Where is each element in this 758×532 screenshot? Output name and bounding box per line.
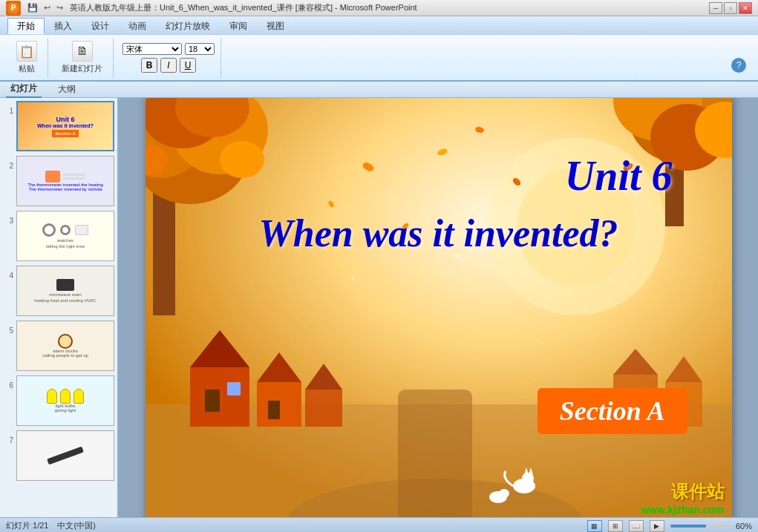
thumb2-lightbulb-icon — [45, 171, 60, 183]
minimize-button[interactable]: ─ — [709, 2, 722, 14]
slide-sorter-button[interactable]: ⊞ — [608, 520, 623, 532]
slide-thumbnail-3[interactable]: 3 watches telling the right time — [3, 211, 114, 261]
svg-rect-34 — [305, 390, 342, 427]
title-bar-left: P 💾 ↩ ↪ 英语人教版九年级上册：Unit_6_When_was_it_in… — [6, 1, 417, 16]
thumb3-watch-icon — [42, 223, 56, 237]
normal-view-button[interactable]: ▦ — [587, 520, 602, 532]
ribbon-group-font: 宋体 18 B I U — [117, 38, 221, 78]
svg-rect-26 — [398, 390, 472, 518]
title-bar: P 💾 ↩ ↪ 英语人教版九年级上册：Unit_6_When_was_it_in… — [0, 0, 758, 16]
slide-thumbnail-7[interactable]: 7 — [3, 430, 114, 481]
slide-thumbnail-5[interactable]: 5 alarm clocks calling people to get up — [3, 321, 114, 371]
watermark-url: www.kjzhan.com — [641, 504, 724, 516]
title-bar-controls: ─ ▫ ✕ — [709, 2, 752, 14]
thumb1-title: Unit 6 — [56, 116, 74, 123]
thumb3-sublabel: telling the right time — [46, 244, 85, 249]
new-slide-button[interactable]: 🗎 新建幻灯片 — [57, 39, 107, 76]
watermark: 课件站 www.kjzhan.com — [641, 480, 724, 516]
ribbon-group-clipboard: 📋 粘贴 — [6, 38, 48, 78]
window-title: 英语人教版九年级上册：Unit_6_When_was_it_invented_课… — [70, 2, 417, 13]
bold-button[interactable]: B — [141, 58, 157, 73]
ribbon: 开始 插入 设计 动画 幻灯片放映 审阅 视图 📋 粘贴 🗎 新建幻灯片 宋体 — [0, 16, 758, 82]
thumb2-label2: The thermometer invented by nichola — [28, 187, 102, 191]
slide-main-subtitle: When was it invented? — [175, 211, 702, 255]
slide-thumb-img-2[interactable]: The thermometer invented the heating The… — [16, 156, 114, 206]
thumb7-pen-icon — [47, 447, 84, 465]
undo-button[interactable]: ↩ — [42, 2, 53, 13]
ribbon-tabs: 开始 插入 设计 动画 幻灯片放映 审阅 视图 — [0, 16, 758, 34]
thumbnail-panel[interactable]: 1 Unit 6 When was it invented? Section A… — [0, 98, 119, 517]
status-bar-right: ▦ ⊞ 📖 ▶ 60% — [587, 520, 752, 532]
status-bar: 幻灯片 1/21 中文(中国) ▦ ⊞ 📖 ▶ 60% — [0, 517, 758, 532]
slide-thumb-img-4[interactable]: microwave oven heating food and cooling … — [16, 266, 114, 316]
tab-slides[interactable]: 幻灯片 — [6, 81, 42, 98]
slide-num-6: 6 — [3, 375, 13, 390]
close-button[interactable]: ✕ — [739, 2, 752, 14]
slide-panel-tabs: 幻灯片 大纲 — [0, 82, 758, 98]
zoom-slider[interactable] — [670, 525, 730, 528]
font-size-select[interactable]: 18 — [185, 43, 215, 55]
slide-thumb-img-6[interactable]: light bulbs giving light — [16, 375, 114, 426]
svg-text:soft-class...: soft-class... — [309, 516, 347, 518]
underline-button[interactable]: U — [180, 58, 196, 73]
thumb2-row — [45, 171, 85, 183]
restore-button[interactable]: ▫ — [724, 2, 737, 14]
theme-info: 中文(中国) — [57, 520, 95, 531]
slide-thumb-img-7[interactable] — [16, 430, 114, 481]
slide-thumbnail-1[interactable]: 1 Unit 6 When was it invented? Section A — [3, 101, 114, 151]
thumb3-watch2-icon — [60, 225, 71, 235]
slide-main-title: Unit 6 — [565, 152, 673, 200]
paste-button[interactable]: 📋 粘贴 — [12, 39, 42, 76]
slide-num-3: 3 — [3, 211, 13, 225]
thumb6-bulb2-icon — [60, 389, 71, 404]
reading-view-button[interactable]: 📖 — [629, 520, 644, 532]
svg-point-49 — [352, 277, 355, 280]
svg-rect-30 — [227, 382, 241, 395]
paste-icon: 📋 — [16, 41, 37, 62]
zoom-level: 60% — [736, 522, 752, 531]
thumb4-sublabel: heating food and cooling HVAC — [34, 298, 96, 303]
slide-thumb-img-1[interactable]: Unit 6 When was it invented? Section A — [16, 101, 114, 151]
slide-thumb-img-5[interactable]: alarm clocks calling people to get up — [16, 321, 114, 371]
new-slide-icon: 🗎 — [72, 41, 93, 62]
tab-design[interactable]: 设计 — [82, 18, 119, 34]
tab-view[interactable]: 视图 — [257, 18, 294, 34]
status-bar-left: 幻灯片 1/21 中文(中国) — [6, 520, 96, 531]
slide-num-2: 2 — [3, 156, 13, 170]
help-icon[interactable]: ? — [731, 58, 746, 73]
slide-thumbnail-2[interactable]: 2 The thermometer invented the heating T… — [3, 156, 114, 206]
tab-home[interactable]: 开始 — [7, 18, 45, 34]
tab-outline[interactable]: 大纲 — [53, 82, 80, 97]
svg-rect-33 — [268, 401, 280, 419]
thumb6-bulb1-icon — [47, 389, 57, 404]
slide-count: 幻灯片 1/21 — [6, 520, 48, 531]
thumb5-clock-icon — [58, 334, 73, 349]
slide-num-4: 4 — [3, 266, 13, 280]
tab-insert[interactable]: 插入 — [45, 18, 82, 34]
thumb4-oven-icon — [56, 279, 74, 291]
slide-num-7: 7 — [3, 430, 13, 444]
thumb6-sublabel: giving light — [55, 408, 76, 413]
slide-content-area[interactable]: soft-class... Unit 6 When was it invente… — [119, 98, 758, 517]
main-area: 1 Unit 6 When was it invented? Section A… — [0, 98, 758, 517]
redo-button[interactable]: ↪ — [54, 2, 65, 13]
paste-label: 粘贴 — [19, 63, 35, 74]
slideshow-view-button[interactable]: ▶ — [650, 520, 664, 532]
slide-thumbnail-6[interactable]: 6 light bulbs giving light — [3, 375, 114, 426]
tab-review[interactable]: 审阅 — [220, 18, 257, 34]
font-family-select[interactable]: 宋体 — [122, 43, 182, 55]
main-slide[interactable]: soft-class... Unit 6 When was it invente… — [146, 98, 732, 517]
thumb1-section: Section A — [52, 130, 78, 137]
italic-button[interactable]: I — [160, 58, 177, 73]
tab-slideshow[interactable]: 幻灯片放映 — [156, 18, 220, 34]
svg-rect-29 — [205, 390, 220, 412]
slide-thumb-img-3[interactable]: watches telling the right time — [16, 211, 114, 261]
svg-point-9 — [220, 141, 264, 178]
quick-access: 💾 ↩ ↪ — [25, 2, 65, 13]
slide-thumbnail-4[interactable]: 4 microwave oven heating food and coolin… — [3, 266, 114, 316]
slide-num-5: 5 — [3, 321, 13, 335]
slide-num-1: 1 — [3, 101, 13, 115]
tab-animation[interactable]: 动画 — [119, 18, 156, 34]
save-button[interactable]: 💾 — [25, 2, 40, 13]
section-badge: Section A — [538, 388, 687, 434]
